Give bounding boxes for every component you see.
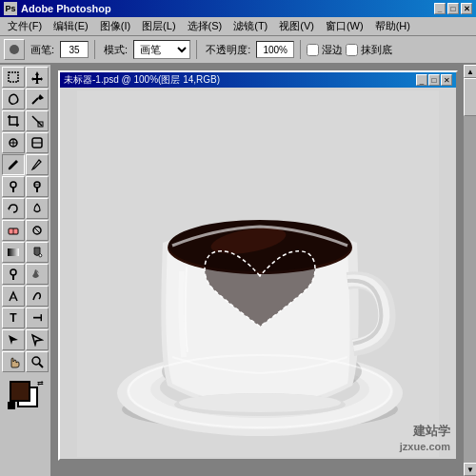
watermark-url-text: jzxue.com [400, 440, 450, 453]
tool-panel: T T [0, 65, 52, 476]
freeform-pen-tool[interactable] [26, 286, 49, 307]
close-button[interactable]: ✕ [461, 3, 472, 14]
menu-filter[interactable]: 滤镜(T) [228, 17, 273, 35]
main-area: T T [0, 65, 476, 476]
background-eraser-tool[interactable] [26, 220, 49, 241]
svg-marker-24 [9, 335, 18, 345]
burn-tool[interactable] [26, 264, 49, 285]
tool-row-5 [2, 154, 49, 175]
menu-help[interactable]: 帮助(H) [369, 17, 416, 35]
vertical-scrollbar: ▲ ▼ [463, 65, 476, 476]
eraser-tool[interactable] [2, 220, 25, 241]
tool-row-1 [2, 67, 49, 88]
canvas-title: 未标器-1.psd @ 100%(图层 14,RGB) [64, 73, 416, 87]
menu-edit[interactable]: 编辑(E) [48, 17, 94, 35]
wet-edges-checkbox[interactable] [307, 44, 319, 56]
vertical-type-tool[interactable]: T [26, 307, 49, 328]
dodge-tool[interactable] [2, 264, 25, 285]
tool-row-14 [2, 351, 49, 372]
swap-colors-icon[interactable]: ⇄ [37, 379, 44, 387]
scroll-thumb[interactable] [464, 78, 476, 116]
marquee-tool[interactable] [2, 67, 25, 88]
canvas-image [77, 90, 439, 457]
menu-layer[interactable]: 图层(L) [136, 17, 181, 35]
lasso-tool[interactable] [2, 89, 25, 109]
svg-point-39 [179, 393, 341, 412]
opacity-input[interactable] [256, 41, 294, 58]
gradient-tool[interactable] [2, 242, 25, 263]
tool-row-4 [2, 132, 49, 153]
magic-wand-tool[interactable] [26, 89, 49, 109]
type-tool[interactable]: T [2, 307, 25, 328]
direct-selection-tool[interactable] [26, 329, 49, 350]
separator-2 [196, 40, 197, 59]
canvas-content[interactable]: 建站学 jzxue.com [60, 88, 456, 459]
tool-row-2 [2, 89, 49, 109]
wet-edges-group: 湿边 [307, 43, 343, 57]
canvas-minimize-btn[interactable]: _ [416, 74, 427, 86]
separator-3 [300, 40, 301, 59]
history-brush-tool[interactable] [2, 198, 25, 219]
svg-point-12 [10, 182, 16, 188]
title-bar: Ps Adobe Photoshop _ □ ✕ [0, 0, 476, 17]
brush-preset-btn[interactable] [4, 39, 25, 60]
pen-tool[interactable] [2, 286, 25, 307]
wet-edges-label: 湿边 [322, 43, 343, 57]
default-colors-icon[interactable] [8, 402, 15, 409]
brush-size-input[interactable] [60, 41, 89, 58]
tool-row-12: T T [2, 307, 49, 328]
menu-window[interactable]: 窗口(W) [320, 17, 369, 35]
path-selection-tool[interactable] [2, 329, 25, 350]
scroll-track[interactable] [464, 78, 476, 463]
svg-rect-20 [8, 248, 19, 256]
scroll-down-btn[interactable]: ▼ [464, 463, 476, 476]
svg-marker-15 [8, 207, 10, 210]
hand-tool[interactable] [2, 351, 25, 372]
minimize-button[interactable]: _ [434, 3, 446, 14]
clone-stamp-tool[interactable] [2, 176, 25, 197]
airbrush-label: 抹到底 [361, 43, 392, 57]
separator-1 [94, 40, 95, 59]
brush-size-label: 画笔: [28, 43, 57, 57]
menu-view[interactable]: 视图(V) [273, 17, 320, 35]
tool-row-10 [2, 264, 49, 285]
brush-tool[interactable] [2, 154, 25, 175]
pattern-stamp-tool[interactable] [26, 176, 49, 197]
scroll-up-btn[interactable]: ▲ [464, 65, 476, 78]
app-title: Adobe Photoshop [21, 3, 434, 14]
menu-file[interactable]: 文件(F) [2, 17, 48, 35]
svg-marker-25 [32, 335, 42, 345]
menu-image[interactable]: 图像(I) [94, 17, 136, 35]
paint-bucket-tool[interactable] [26, 242, 49, 263]
opacity-label: 不透明度: [203, 43, 253, 57]
maximize-button[interactable]: □ [447, 3, 459, 14]
art-history-tool[interactable] [26, 198, 49, 219]
healing-brush-tool[interactable] [2, 132, 25, 153]
svg-line-27 [39, 364, 43, 367]
svg-line-5 [32, 116, 42, 126]
menu-select[interactable]: 选择(S) [182, 17, 228, 35]
svg-point-0 [10, 45, 19, 54]
svg-line-3 [32, 98, 38, 104]
canvas-close-btn[interactable]: ✕ [441, 74, 452, 86]
foreground-color-swatch[interactable] [10, 381, 30, 402]
pencil-tool[interactable] [26, 154, 49, 175]
svg-point-26 [32, 357, 40, 365]
canvas-area: 未标器-1.psd @ 100%(图层 14,RGB) _ □ ✕ [52, 65, 463, 476]
color-swatch-area: ⇄ [2, 377, 49, 411]
crop-tool[interactable] [2, 110, 25, 131]
tool-row-8 [2, 220, 49, 241]
canvas-window: 未标器-1.psd @ 100%(图层 14,RGB) _ □ ✕ [58, 70, 458, 461]
slice-tool[interactable] [26, 110, 49, 131]
tool-row-7 [2, 198, 49, 219]
mode-select[interactable]: 画笔 [133, 40, 190, 59]
patch-tool[interactable] [26, 132, 49, 153]
move-tool[interactable] [26, 67, 49, 88]
zoom-tool[interactable] [26, 351, 49, 372]
canvas-maximize-btn[interactable]: □ [428, 74, 440, 86]
airbrush-group: 抹到底 [346, 43, 392, 57]
watermark: 建站学 jzxue.com [400, 424, 450, 453]
svg-marker-4 [38, 94, 44, 100]
airbrush-checkbox[interactable] [346, 44, 358, 56]
tool-row-9 [2, 242, 49, 263]
